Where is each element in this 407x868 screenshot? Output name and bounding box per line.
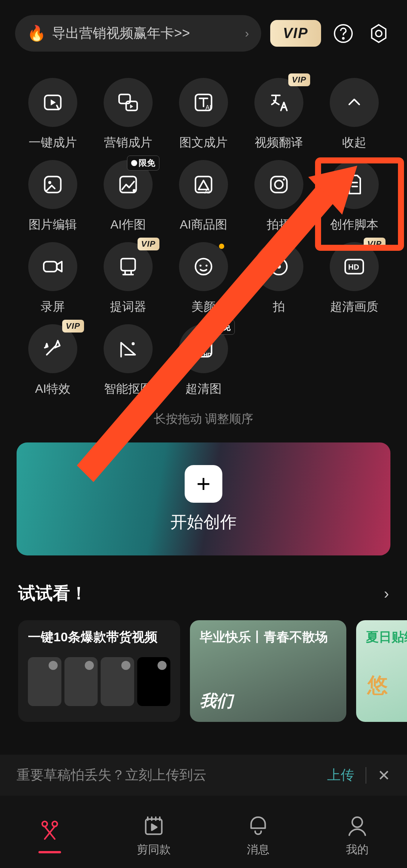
nav-profile[interactable]: 我的 <box>345 814 369 857</box>
tool-label: AI商品图 <box>180 217 227 233</box>
svg-point-26 <box>277 265 281 269</box>
beauty-icon <box>179 242 228 291</box>
vip-tag-icon: VIP <box>62 320 84 333</box>
tool-ai-product[interactable]: AI AI商品图 <box>166 160 241 233</box>
top-bar: 🔥 导出营销视频赢年卡>> › VIP <box>0 0 407 63</box>
nav-template[interactable]: 剪同款 <box>137 814 171 857</box>
tool-label: 超清画质 <box>330 299 378 315</box>
promo-text: 导出营销视频赢年卡>> <box>52 24 190 43</box>
svg-point-29 <box>132 342 135 345</box>
vip-badge[interactable]: VIP <box>270 20 321 47</box>
nav-underline <box>38 851 61 853</box>
free-tag-icon: 限免 <box>202 320 235 335</box>
tool-translate[interactable]: VIP 视频翻译 <box>241 78 317 151</box>
tool-label: 智能抠图 <box>104 381 152 397</box>
upload-text: 重要草稿怕丢失？立刻上传到云 <box>17 766 207 784</box>
svg-marker-8 <box>130 104 133 108</box>
vip-tag-icon: VIP <box>138 238 159 250</box>
svg-rect-20 <box>44 262 57 272</box>
svg-point-22 <box>196 259 212 275</box>
snap-icon <box>254 242 303 291</box>
tool-hd-pic[interactable]: HD限免 超清图 <box>166 324 241 397</box>
tool-camera[interactable]: 拍摄 <box>241 160 317 233</box>
tool-video-flash[interactable]: 一键成片 <box>15 78 90 151</box>
nav-label: 消息 <box>247 842 269 857</box>
svg-rect-21 <box>121 259 135 271</box>
chevron-right-icon: › <box>245 26 249 40</box>
nav-edit[interactable] <box>38 818 62 853</box>
thumb <box>28 657 61 706</box>
tool-pic-edit[interactable]: 图片编辑 <box>15 160 90 233</box>
svg-text:HD: HD <box>204 352 211 358</box>
tool-label: 拍 <box>273 299 285 315</box>
close-icon[interactable]: ✕ <box>378 767 390 784</box>
nav-label: 我的 <box>346 842 369 857</box>
card-overlay: 我们 <box>200 690 233 712</box>
svg-point-14 <box>133 189 136 192</box>
svg-marker-37 <box>152 824 157 830</box>
free-tag-icon: 限免 <box>127 156 159 171</box>
annotation-highlight-box <box>315 157 404 251</box>
record-icon <box>28 242 77 291</box>
prompter-icon: VIP <box>104 242 153 291</box>
tool-cutout[interactable]: 智能抠图 <box>90 324 166 397</box>
ai-draw-icon: 限免 <box>104 160 153 209</box>
camera-icon <box>254 160 303 209</box>
tool-label: 一键成片 <box>29 134 77 151</box>
tool-ai-draw[interactable]: 限免 AI作图 <box>90 160 166 233</box>
tool-text-ai[interactable]: AI 图文成片 <box>166 78 241 151</box>
tool-label: 视频翻译 <box>255 134 303 151</box>
template-card[interactable]: 一键10条爆款带货视频 <box>18 620 180 722</box>
svg-text:AI: AI <box>205 189 210 195</box>
nav-label: 剪同款 <box>137 842 171 857</box>
video-flash-icon <box>28 78 77 127</box>
tool-label: 拍摄 <box>267 217 291 233</box>
tool-label: 美颜 <box>191 299 216 315</box>
hd-pic-icon: HD限免 <box>179 324 228 373</box>
svg-point-18 <box>275 180 283 188</box>
ai-fx-icon: VIP <box>28 324 77 373</box>
help-icon[interactable] <box>330 20 357 47</box>
svg-marker-5 <box>51 99 56 105</box>
thumb <box>101 657 134 706</box>
collapse-icon <box>330 78 379 127</box>
thumb <box>137 657 171 706</box>
tool-label: 营销成片 <box>104 134 152 151</box>
tool-collapse[interactable]: 收起 <box>317 78 392 151</box>
card-row: 一键10条爆款带货视频 毕业快乐丨青春不散场 我们 夏日贴纸 悠 <box>0 620 407 722</box>
text-ai-icon: AI <box>179 78 228 127</box>
marketing-icon <box>104 78 153 127</box>
tool-marketing[interactable]: 营销成片 <box>90 78 166 151</box>
settings-icon[interactable] <box>366 20 392 47</box>
bottom-nav: 剪同款 消息 我的 <box>0 796 407 868</box>
tool-hd[interactable]: HDVIP 超清画质 <box>317 242 392 315</box>
section-header: 试试看！ › <box>0 555 407 620</box>
vip-tag-icon: VIP <box>288 73 310 86</box>
svg-text:AI: AI <box>205 104 211 111</box>
chevron-right-icon[interactable]: › <box>384 585 389 602</box>
upload-button[interactable]: 上传 <box>327 766 354 784</box>
plus-icon[interactable]: + <box>185 465 222 503</box>
tool-label: AI作图 <box>110 217 146 233</box>
card-title: 一键10条爆款带货视频 <box>28 628 170 646</box>
tool-label: 录屏 <box>41 299 65 315</box>
tool-ai-fx[interactable]: VIP AI特效 <box>15 324 90 397</box>
create-card[interactable]: + 开始创作 <box>17 442 390 555</box>
tool-beauty[interactable]: 美颜 <box>166 242 241 315</box>
promo-pill[interactable]: 🔥 导出营销视频赢年卡>> › <box>15 15 261 52</box>
tool-label: 超清图 <box>185 381 222 397</box>
svg-point-1 <box>343 38 344 39</box>
cutout-icon <box>104 324 153 373</box>
svg-point-3 <box>376 30 382 36</box>
svg-point-19 <box>283 178 285 180</box>
template-card[interactable]: 毕业快乐丨青春不散场 我们 <box>190 620 346 722</box>
pic-edit-icon <box>28 160 77 209</box>
svg-text:HD: HD <box>348 263 359 271</box>
tool-snap[interactable]: 拍 <box>241 242 317 315</box>
tool-label: 图文成片 <box>179 134 228 151</box>
template-card[interactable]: 夏日贴纸 悠 <box>356 620 407 722</box>
tool-record[interactable]: 录屏 <box>15 242 90 315</box>
nav-messages[interactable]: 消息 <box>246 814 270 857</box>
tool-label: AI特效 <box>35 381 70 397</box>
tool-prompter[interactable]: VIP 提词器 <box>90 242 166 315</box>
